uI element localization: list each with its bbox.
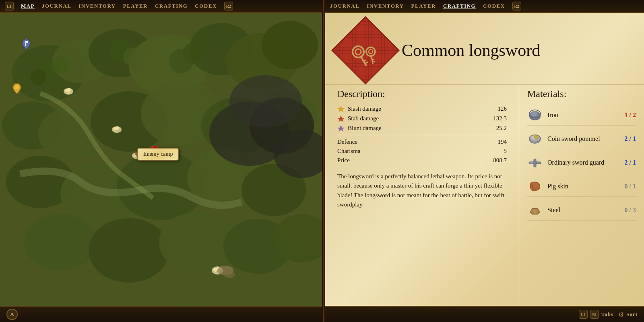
guard-name: Ordinary sword guard <box>547 159 620 166</box>
svg-point-55 <box>224 271 235 278</box>
material-guard: Ordinary sword guard 2 / 1 <box>527 153 636 173</box>
stab-icon <box>337 115 345 122</box>
blunt-icon <box>337 124 345 132</box>
guard-count: 2 / 1 <box>625 159 636 166</box>
material-steel: Steel 0 / 3 <box>527 200 636 221</box>
stat-charisma: Charisma 5 <box>337 148 507 155</box>
l1-button[interactable]: L1 <box>5 2 14 10</box>
svg-point-32 <box>123 47 142 67</box>
nav-player[interactable]: PLAYER <box>123 3 148 9</box>
bottom-bar-right: L1 R1 Tabs ⚙ Sort <box>325 306 644 322</box>
svg-marker-69 <box>337 116 345 122</box>
sort-icon: ⚙ <box>618 311 624 318</box>
description-title: Description: <box>337 89 507 99</box>
description-text: The longsword is a perfectly balanced le… <box>337 172 507 209</box>
material-pigskin: Pig skin 0 / 1 <box>527 176 636 197</box>
nav-journal[interactable]: JOURNAL <box>42 3 71 9</box>
steel-name: Steel <box>547 206 620 214</box>
tabs-label: Tabs <box>601 311 613 318</box>
nav-codex[interactable]: CODEX <box>195 3 217 9</box>
materials-section: Materials: Iron 1 / 2 <box>519 85 644 306</box>
pigskin-name: Pig skin <box>547 183 620 190</box>
svg-point-73 <box>531 111 537 116</box>
iron-name: Iron <box>547 111 620 119</box>
description-section: Description: Slash damage 126 Stab damag… <box>325 85 519 306</box>
stat-separator-1 <box>337 135 507 135</box>
nav-r-codex[interactable]: CODEX <box>483 3 505 9</box>
iron-count: 1 / 2 <box>625 111 636 119</box>
nav-crafting[interactable]: CRAFTING <box>155 3 188 9</box>
r2-button-right[interactable]: R2 <box>512 2 521 10</box>
tabs-button[interactable]: L1 R1 Tabs <box>579 310 613 319</box>
svg-point-19 <box>24 214 97 270</box>
svg-point-38 <box>67 91 70 94</box>
nav-r-inventory[interactable]: INVENTORY <box>367 3 404 9</box>
iron-icon <box>527 107 543 123</box>
nav-r-player[interactable]: PLAYER <box>411 3 436 9</box>
svg-rect-57 <box>26 41 28 43</box>
enemy-camp-tooltip: Enemy camp <box>137 148 179 161</box>
stat-defence: Defence 194 <box>337 138 507 145</box>
nav-r-crafting[interactable]: CRAFTING <box>443 3 476 9</box>
svg-marker-70 <box>337 125 345 132</box>
svg-point-58 <box>351 44 366 60</box>
nav-inventory[interactable]: INVENTORY <box>78 3 116 9</box>
svg-point-29 <box>52 56 69 74</box>
r1-footer-button[interactable]: R1 <box>590 310 599 319</box>
svg-point-37 <box>68 88 71 91</box>
map-area[interactable]: Enemy camp <box>0 13 322 306</box>
item-header: Common longsword <box>325 16 644 85</box>
panel-divider <box>322 0 325 322</box>
pommel-name: Coin sword pommel <box>547 135 620 142</box>
svg-rect-56 <box>25 41 26 46</box>
sort-button[interactable]: ⚙ Sort <box>618 311 638 318</box>
header-separator <box>325 85 644 85</box>
map-background: Enemy camp <box>0 13 322 306</box>
svg-point-30 <box>30 69 46 85</box>
steel-count: 0 / 3 <box>625 206 636 214</box>
item-icon-container <box>337 24 394 76</box>
slash-icon <box>337 105 345 112</box>
stat-price: Price 808.7 <box>337 157 507 164</box>
pigskin-count: 0 / 1 <box>625 183 636 190</box>
nav-bar-left: L1 MAP JOURNAL INVENTORY PLAYER CRAFTING… <box>0 0 322 13</box>
item-title: Common longsword <box>402 41 540 60</box>
svg-point-20 <box>89 218 169 283</box>
crafting-panel: JOURNAL INVENTORY PLAYER CRAFTING CODEX … <box>325 0 644 322</box>
material-pommel: Coin sword pommel 2 / 1 <box>527 129 636 149</box>
r2-button[interactable]: R2 <box>224 2 233 10</box>
svg-point-26 <box>229 75 302 128</box>
pommel-icon <box>527 131 543 147</box>
content-area: Description: Slash damage 126 Stab damag… <box>325 85 644 306</box>
svg-marker-68 <box>337 106 345 112</box>
svg-point-84 <box>530 161 534 164</box>
map-panel: L1 MAP JOURNAL INVENTORY PLAYER CRAFTING… <box>0 0 322 322</box>
pigskin-icon <box>527 179 543 194</box>
bottom-bar-left: A <box>0 306 322 322</box>
nav-map[interactable]: MAP <box>21 3 35 9</box>
svg-point-41 <box>116 126 119 130</box>
l1-footer-button[interactable]: L1 <box>579 310 588 319</box>
nav-r-journal[interactable]: JOURNAL <box>330 3 359 9</box>
material-iron: Iron 1 / 2 <box>527 105 636 126</box>
guard-icon <box>527 155 543 170</box>
svg-point-48 <box>15 85 19 89</box>
svg-point-59 <box>354 48 362 56</box>
stat-stab: Stab damage 132.3 <box>337 115 507 122</box>
svg-rect-83 <box>534 159 536 167</box>
steel-icon <box>527 202 543 218</box>
svg-point-7 <box>262 21 318 69</box>
svg-point-64 <box>368 50 373 54</box>
nav-bar-right: JOURNAL INVENTORY PLAYER CRAFTING CODEX … <box>325 0 644 13</box>
svg-point-34 <box>183 43 204 64</box>
stat-blunt: Blunt damage 25.2 <box>337 124 507 132</box>
sort-label: Sort <box>626 311 638 318</box>
pommel-count: 2 / 1 <box>625 135 636 142</box>
a-button[interactable]: A <box>6 309 18 320</box>
svg-point-63 <box>365 47 376 57</box>
materials-title: Materials: <box>527 89 636 99</box>
item-icon-svg <box>343 30 388 74</box>
stat-slash: Slash damage 126 <box>337 105 507 112</box>
